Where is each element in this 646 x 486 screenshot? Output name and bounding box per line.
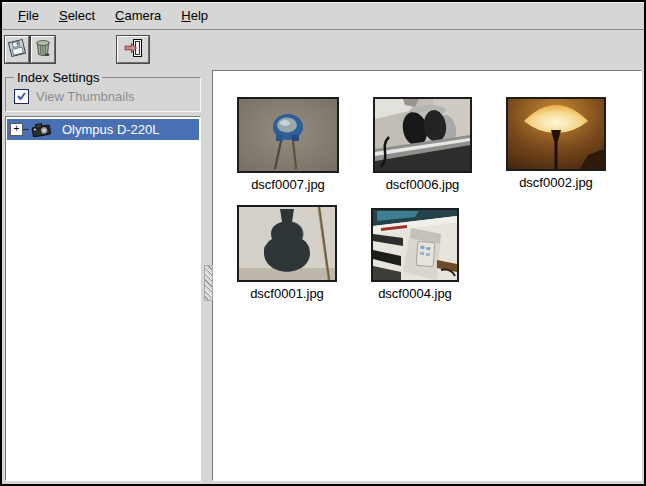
menu-help[interactable]: Help <box>171 4 218 27</box>
thumbnail-dscf0002[interactable]: dscf0002.jpg <box>506 97 606 190</box>
thumbnail-filename: dscf0001.jpg <box>250 286 324 301</box>
thumbnail-dscf0001[interactable]: dscf0001.jpg <box>237 205 337 301</box>
splitter-grip-handle[interactable] <box>204 265 213 301</box>
checkmark-icon <box>17 89 26 104</box>
pane-splitter <box>203 69 212 484</box>
frame-label: Index Settings <box>14 70 102 85</box>
save-button[interactable] <box>5 36 29 63</box>
thumbnail-dscf0004[interactable]: dscf0004.jpg <box>371 208 459 301</box>
thumbnail-row-1: dscf0007.jpg <box>237 97 641 192</box>
view-thumbnails-checkbox[interactable] <box>14 89 29 104</box>
toolbar <box>2 30 644 69</box>
floppy-disk-icon <box>7 38 27 61</box>
exit-button[interactable] <box>117 36 149 63</box>
menu-file[interactable]: File <box>8 4 49 27</box>
photo-guitar-case <box>237 205 337 282</box>
photo-printer-desk <box>371 208 459 282</box>
tree-expander[interactable]: + <box>10 123 23 136</box>
thumbnail-filename: dscf0007.jpg <box>251 177 325 192</box>
photo-headphones <box>373 97 472 173</box>
thumbnail-filename: dscf0002.jpg <box>519 175 593 190</box>
menu-select[interactable]: Select <box>49 4 105 27</box>
main-area: Index Settings View Thumbnails + <box>2 69 644 484</box>
photo-blue-component <box>237 97 339 173</box>
view-thumbnails-option[interactable]: View Thumbnails <box>12 87 196 105</box>
camera-icon <box>30 121 54 138</box>
camera-app-window: { "colors": { "window_bg": "#d6d6d6", "s… <box>0 0 646 486</box>
tree-item-label: Olympus D-220L <box>62 122 160 137</box>
view-thumbnails-label: View Thumbnails <box>36 89 135 104</box>
thumbnail-dscf0007[interactable]: dscf0007.jpg <box>237 97 339 192</box>
camera-tree[interactable]: + Olympus D-220L <box>5 116 201 481</box>
thumbnail-filename: dscf0004.jpg <box>378 286 452 301</box>
menu-bar: File Select Camera Help <box>2 2 644 30</box>
exit-door-icon <box>122 37 144 62</box>
trash-icon <box>33 38 53 61</box>
thumbnail-panel: dscf0007.jpg <box>212 70 642 481</box>
sidebar: Index Settings View Thumbnails + <box>2 69 203 484</box>
tree-connector-line <box>23 129 29 130</box>
index-settings-frame: Index Settings View Thumbnails <box>5 70 201 112</box>
photo-lamp <box>506 97 606 171</box>
thumbnail-dscf0006[interactable]: dscf0006.jpg <box>373 97 472 192</box>
thumbnail-filename: dscf0006.jpg <box>386 177 460 192</box>
menu-camera[interactable]: Camera <box>105 4 171 27</box>
delete-button[interactable] <box>31 36 55 63</box>
thumbnail-row-2: dscf0001.jpg <box>237 205 641 314</box>
tree-row-camera[interactable]: + Olympus D-220L <box>7 119 199 140</box>
